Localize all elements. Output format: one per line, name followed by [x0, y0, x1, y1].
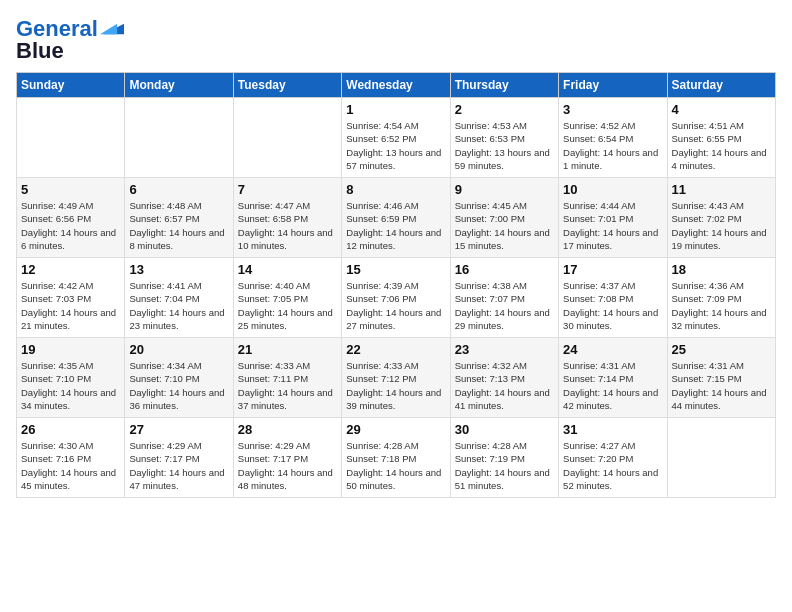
day-cell: 22Sunrise: 4:33 AMSunset: 7:12 PMDayligh…: [342, 338, 450, 418]
day-number: 21: [238, 342, 337, 357]
day-info: Sunrise: 4:35 AMSunset: 7:10 PMDaylight:…: [21, 359, 120, 412]
day-info: Sunrise: 4:40 AMSunset: 7:05 PMDaylight:…: [238, 279, 337, 332]
day-cell: 9Sunrise: 4:45 AMSunset: 7:00 PMDaylight…: [450, 178, 558, 258]
day-info: Sunrise: 4:51 AMSunset: 6:55 PMDaylight:…: [672, 119, 771, 172]
week-row-1: 1Sunrise: 4:54 AMSunset: 6:52 PMDaylight…: [17, 98, 776, 178]
day-number: 10: [563, 182, 662, 197]
day-info: Sunrise: 4:32 AMSunset: 7:13 PMDaylight:…: [455, 359, 554, 412]
day-cell: [233, 98, 341, 178]
day-number: 31: [563, 422, 662, 437]
day-info: Sunrise: 4:39 AMSunset: 7:06 PMDaylight:…: [346, 279, 445, 332]
day-cell: 8Sunrise: 4:46 AMSunset: 6:59 PMDaylight…: [342, 178, 450, 258]
day-cell: 15Sunrise: 4:39 AMSunset: 7:06 PMDayligh…: [342, 258, 450, 338]
col-header-monday: Monday: [125, 73, 233, 98]
day-number: 28: [238, 422, 337, 437]
week-row-5: 26Sunrise: 4:30 AMSunset: 7:16 PMDayligh…: [17, 418, 776, 498]
day-number: 13: [129, 262, 228, 277]
day-info: Sunrise: 4:47 AMSunset: 6:58 PMDaylight:…: [238, 199, 337, 252]
day-number: 24: [563, 342, 662, 357]
day-info: Sunrise: 4:31 AMSunset: 7:14 PMDaylight:…: [563, 359, 662, 412]
day-cell: 3Sunrise: 4:52 AMSunset: 6:54 PMDaylight…: [559, 98, 667, 178]
day-number: 2: [455, 102, 554, 117]
day-cell: 5Sunrise: 4:49 AMSunset: 6:56 PMDaylight…: [17, 178, 125, 258]
day-cell: 19Sunrise: 4:35 AMSunset: 7:10 PMDayligh…: [17, 338, 125, 418]
col-header-thursday: Thursday: [450, 73, 558, 98]
day-number: 17: [563, 262, 662, 277]
day-cell: 21Sunrise: 4:33 AMSunset: 7:11 PMDayligh…: [233, 338, 341, 418]
day-info: Sunrise: 4:34 AMSunset: 7:10 PMDaylight:…: [129, 359, 228, 412]
day-info: Sunrise: 4:36 AMSunset: 7:09 PMDaylight:…: [672, 279, 771, 332]
col-header-saturday: Saturday: [667, 73, 775, 98]
day-cell: 23Sunrise: 4:32 AMSunset: 7:13 PMDayligh…: [450, 338, 558, 418]
day-cell: 27Sunrise: 4:29 AMSunset: 7:17 PMDayligh…: [125, 418, 233, 498]
day-number: 16: [455, 262, 554, 277]
day-cell: 10Sunrise: 4:44 AMSunset: 7:01 PMDayligh…: [559, 178, 667, 258]
day-cell: 17Sunrise: 4:37 AMSunset: 7:08 PMDayligh…: [559, 258, 667, 338]
day-cell: 7Sunrise: 4:47 AMSunset: 6:58 PMDaylight…: [233, 178, 341, 258]
day-cell: 30Sunrise: 4:28 AMSunset: 7:19 PMDayligh…: [450, 418, 558, 498]
day-number: 11: [672, 182, 771, 197]
day-info: Sunrise: 4:30 AMSunset: 7:16 PMDaylight:…: [21, 439, 120, 492]
day-cell: [667, 418, 775, 498]
day-cell: [17, 98, 125, 178]
page-header: General Blue: [16, 16, 776, 64]
col-header-tuesday: Tuesday: [233, 73, 341, 98]
week-row-4: 19Sunrise: 4:35 AMSunset: 7:10 PMDayligh…: [17, 338, 776, 418]
day-number: 27: [129, 422, 228, 437]
day-number: 25: [672, 342, 771, 357]
day-number: 18: [672, 262, 771, 277]
day-cell: 11Sunrise: 4:43 AMSunset: 7:02 PMDayligh…: [667, 178, 775, 258]
day-info: Sunrise: 4:53 AMSunset: 6:53 PMDaylight:…: [455, 119, 554, 172]
day-number: 22: [346, 342, 445, 357]
svg-marker-1: [100, 24, 117, 34]
day-number: 30: [455, 422, 554, 437]
day-number: 14: [238, 262, 337, 277]
day-cell: 25Sunrise: 4:31 AMSunset: 7:15 PMDayligh…: [667, 338, 775, 418]
day-info: Sunrise: 4:44 AMSunset: 7:01 PMDaylight:…: [563, 199, 662, 252]
day-cell: 18Sunrise: 4:36 AMSunset: 7:09 PMDayligh…: [667, 258, 775, 338]
day-cell: 14Sunrise: 4:40 AMSunset: 7:05 PMDayligh…: [233, 258, 341, 338]
day-info: Sunrise: 4:49 AMSunset: 6:56 PMDaylight:…: [21, 199, 120, 252]
day-info: Sunrise: 4:38 AMSunset: 7:07 PMDaylight:…: [455, 279, 554, 332]
day-info: Sunrise: 4:29 AMSunset: 7:17 PMDaylight:…: [238, 439, 337, 492]
day-info: Sunrise: 4:28 AMSunset: 7:19 PMDaylight:…: [455, 439, 554, 492]
day-cell: 31Sunrise: 4:27 AMSunset: 7:20 PMDayligh…: [559, 418, 667, 498]
day-number: 20: [129, 342, 228, 357]
day-number: 19: [21, 342, 120, 357]
day-info: Sunrise: 4:33 AMSunset: 7:12 PMDaylight:…: [346, 359, 445, 412]
day-info: Sunrise: 4:31 AMSunset: 7:15 PMDaylight:…: [672, 359, 771, 412]
week-row-3: 12Sunrise: 4:42 AMSunset: 7:03 PMDayligh…: [17, 258, 776, 338]
day-info: Sunrise: 4:29 AMSunset: 7:17 PMDaylight:…: [129, 439, 228, 492]
day-info: Sunrise: 4:54 AMSunset: 6:52 PMDaylight:…: [346, 119, 445, 172]
day-info: Sunrise: 4:37 AMSunset: 7:08 PMDaylight:…: [563, 279, 662, 332]
day-info: Sunrise: 4:42 AMSunset: 7:03 PMDaylight:…: [21, 279, 120, 332]
day-cell: 28Sunrise: 4:29 AMSunset: 7:17 PMDayligh…: [233, 418, 341, 498]
day-info: Sunrise: 4:48 AMSunset: 6:57 PMDaylight:…: [129, 199, 228, 252]
logo-blue: Blue: [16, 38, 64, 64]
day-cell: 12Sunrise: 4:42 AMSunset: 7:03 PMDayligh…: [17, 258, 125, 338]
day-cell: 4Sunrise: 4:51 AMSunset: 6:55 PMDaylight…: [667, 98, 775, 178]
day-number: 3: [563, 102, 662, 117]
day-number: 12: [21, 262, 120, 277]
day-number: 15: [346, 262, 445, 277]
day-info: Sunrise: 4:27 AMSunset: 7:20 PMDaylight:…: [563, 439, 662, 492]
day-number: 26: [21, 422, 120, 437]
day-info: Sunrise: 4:43 AMSunset: 7:02 PMDaylight:…: [672, 199, 771, 252]
day-cell: 20Sunrise: 4:34 AMSunset: 7:10 PMDayligh…: [125, 338, 233, 418]
day-cell: 29Sunrise: 4:28 AMSunset: 7:18 PMDayligh…: [342, 418, 450, 498]
day-info: Sunrise: 4:46 AMSunset: 6:59 PMDaylight:…: [346, 199, 445, 252]
calendar-table: SundayMondayTuesdayWednesdayThursdayFrid…: [16, 72, 776, 498]
logo-icon: [100, 22, 124, 36]
day-info: Sunrise: 4:41 AMSunset: 7:04 PMDaylight:…: [129, 279, 228, 332]
day-cell: 16Sunrise: 4:38 AMSunset: 7:07 PMDayligh…: [450, 258, 558, 338]
day-cell: 1Sunrise: 4:54 AMSunset: 6:52 PMDaylight…: [342, 98, 450, 178]
col-header-sunday: Sunday: [17, 73, 125, 98]
col-header-friday: Friday: [559, 73, 667, 98]
day-number: 8: [346, 182, 445, 197]
col-header-wednesday: Wednesday: [342, 73, 450, 98]
day-cell: 6Sunrise: 4:48 AMSunset: 6:57 PMDaylight…: [125, 178, 233, 258]
header-row: SundayMondayTuesdayWednesdayThursdayFrid…: [17, 73, 776, 98]
day-cell: [125, 98, 233, 178]
day-info: Sunrise: 4:33 AMSunset: 7:11 PMDaylight:…: [238, 359, 337, 412]
day-number: 4: [672, 102, 771, 117]
